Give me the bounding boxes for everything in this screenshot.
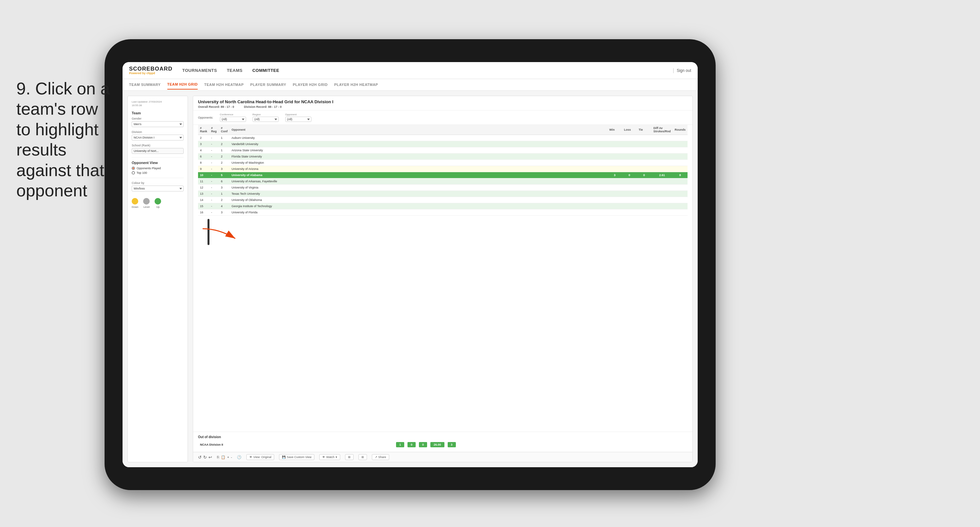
nav-committee[interactable]: COMMITTEE — [252, 66, 279, 75]
stat-cell — [651, 135, 673, 141]
table-row[interactable]: 14-2University of Oklahoma — [198, 197, 687, 203]
copy-button[interactable]: ⎘ — [217, 455, 219, 459]
radio-opponents-played[interactable]: Opponents Played — [132, 167, 184, 170]
paste-button[interactable]: 📋 — [221, 455, 226, 459]
undo-button[interactable]: ↺ — [198, 455, 202, 460]
stat-cell: 14 — [198, 197, 209, 203]
table-row[interactable]: 4-1Arizona State University — [198, 147, 687, 154]
table-row[interactable]: 11-6University of Arkansas, Fayetteville — [198, 178, 687, 185]
plus-button[interactable]: + — [227, 455, 229, 459]
subnav-team-h2h-grid[interactable]: TEAM H2H GRID — [167, 80, 198, 89]
table-row[interactable]: 8-2University of Washington — [198, 160, 687, 166]
tablet-device: SCOREBOARD Powered by clippd TOURNAMENTS… — [105, 39, 716, 490]
table-row[interactable]: 10-5University of Alabama3002.618 — [198, 172, 687, 178]
stat-cell — [622, 191, 636, 197]
opponent-cell: University of Washington — [230, 160, 608, 166]
table-row[interactable]: 16-3University of Florida — [198, 209, 687, 216]
table-row[interactable]: 3-2Vanderbilt University — [198, 141, 687, 147]
stat-cell — [622, 209, 636, 216]
stat-cell — [607, 209, 622, 216]
stat-cell: 4 — [219, 203, 230, 209]
subnav-player-summary[interactable]: PLAYER SUMMARY — [250, 80, 286, 89]
stat-cell — [607, 147, 622, 154]
grid-button[interactable]: ⊞ — [358, 454, 367, 460]
out-div-spacer — [263, 441, 296, 449]
opponents-label: Opponents: — [198, 116, 213, 119]
stat-cell — [673, 154, 688, 160]
divider — [132, 157, 184, 158]
stat-cell: - — [209, 166, 219, 172]
stat-cell — [607, 141, 622, 147]
stat-cell — [636, 209, 651, 216]
table-row[interactable]: 9-3University of Arizona — [198, 166, 687, 172]
stat-cell: 2 — [219, 141, 230, 147]
conference-filter-select[interactable]: (All) — [220, 117, 246, 122]
history-controls: ↺ ↻ ↩ — [198, 455, 212, 460]
table-row[interactable]: 6-2Florida State University — [198, 154, 687, 160]
logo-powered-by: Powered by clippd — [129, 72, 173, 75]
clock-button[interactable]: 🕐 — [237, 455, 242, 459]
stat-cell — [651, 178, 673, 185]
table-row[interactable]: 13-1Texas Tech University — [198, 191, 687, 197]
out-div-win: 1 — [396, 442, 404, 447]
th-diff: Diff AvStrokes/Rnd — [651, 125, 673, 135]
stat-cell — [651, 160, 673, 166]
opponent-cell: Arizona State University — [230, 147, 608, 154]
division-select[interactable]: NCAA Division I — [132, 135, 184, 140]
logo-area: SCOREBOARD Powered by clippd — [129, 66, 173, 75]
th-opponent: Opponent — [230, 125, 608, 135]
tablet-screen: SCOREBOARD Powered by clippd TOURNAMENTS… — [123, 62, 698, 467]
legend-level-circle — [143, 198, 150, 205]
legend-area: Down Level Up — [132, 198, 184, 209]
stat-cell — [636, 191, 651, 197]
subnav-team-summary[interactable]: TEAM SUMMARY — [129, 80, 161, 89]
stat-cell — [651, 147, 673, 154]
filter-row: Opponents: Conference (All) Region (All) — [193, 110, 692, 125]
stat-cell — [636, 147, 651, 154]
layout-button[interactable]: ⊞ — [345, 454, 353, 460]
view-original-button[interactable]: 👁 View: Original — [247, 454, 274, 460]
redo-button[interactable]: ↻ — [203, 455, 207, 460]
gender-select[interactable]: Men's — [132, 121, 184, 127]
share-icon: ↗ — [375, 455, 377, 459]
colour-by-select[interactable]: Win/loss — [132, 186, 184, 191]
region-filter-select[interactable]: (All) — [253, 117, 279, 122]
minus-button[interactable]: - — [231, 455, 232, 459]
sign-out-link[interactable]: Sign out — [677, 68, 691, 73]
stat-cell — [673, 147, 688, 154]
stat-cell — [651, 203, 673, 209]
nav-tournaments[interactable]: TOURNAMENTS — [182, 66, 217, 75]
table-row[interactable]: 12-3University of Virginia — [198, 185, 687, 191]
stat-cell — [651, 191, 673, 197]
back-button[interactable]: ↩ — [208, 455, 212, 460]
opponent-cell: University of Virginia — [230, 185, 608, 191]
main-content: Last Updated: 27/03/2024 16:55:38 Team G… — [123, 91, 698, 467]
opponent-filter-select[interactable]: (All) — [285, 117, 312, 122]
table-header-row: #Rank #Reg #Conf Opponent Win Loss Tie D… — [198, 125, 687, 135]
subnav-player-h2h-heatmap[interactable]: PLAYER H2H HEATMAP — [334, 80, 378, 89]
table-row[interactable]: 15-4Georgia Institute of Technology — [198, 203, 687, 209]
opponent-cell: University of Florida — [230, 209, 608, 216]
stat-cell: 8 — [198, 160, 209, 166]
edit-controls: ⎘ 📋 + - — [217, 455, 232, 459]
stat-cell: 2 — [219, 160, 230, 166]
stat-cell: 1 — [219, 135, 230, 141]
stat-cell — [607, 185, 622, 191]
share-button[interactable]: ↗ Share — [372, 454, 389, 460]
nav-teams[interactable]: TEAMS — [227, 66, 242, 75]
right-panel: University of North Carolina Head-to-Hea… — [193, 96, 693, 462]
stat-cell — [651, 141, 673, 147]
th-conf: #Conf — [219, 125, 230, 135]
save-custom-view-button[interactable]: 💾 Save Custom View — [279, 454, 314, 460]
watch-button[interactable]: 👁 Watch ▾ — [319, 454, 340, 460]
out-div-rounds: 3 — [448, 442, 456, 447]
subnav-player-h2h-grid[interactable]: PLAYER H2H GRID — [293, 80, 328, 89]
stat-cell: - — [209, 203, 219, 209]
radio-top100[interactable]: Top 100 — [132, 171, 184, 175]
stat-cell: 8 — [673, 172, 688, 178]
subnav-team-h2h-heatmap[interactable]: TEAM H2H HEATMAP — [204, 80, 244, 89]
th-rank: #Rank — [198, 125, 209, 135]
stat-cell — [651, 166, 673, 172]
stat-cell — [607, 197, 622, 203]
table-row[interactable]: 2-1Auburn University — [198, 135, 687, 141]
